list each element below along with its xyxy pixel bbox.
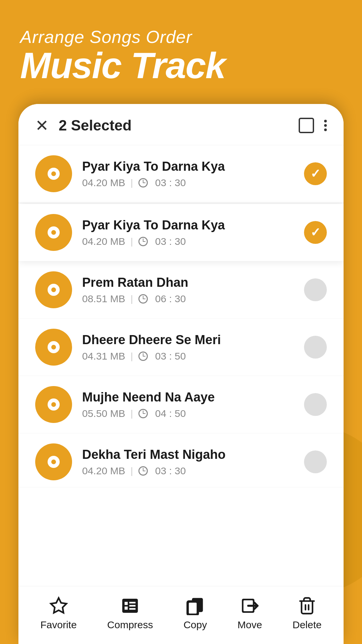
- compress-action[interactable]: Compress: [107, 596, 153, 631]
- clock-icon: [138, 178, 148, 187]
- favorite-label: Favorite: [40, 619, 76, 631]
- song-list: Pyar Kiya To Darna Kya 04.20 MB | 03 : 3…: [18, 145, 344, 487]
- song-size: 04.20 MB: [82, 236, 125, 247]
- move-icon: [240, 596, 259, 615]
- svg-rect-4: [129, 602, 136, 603]
- vinyl-inner: [48, 226, 60, 238]
- check-circle[interactable]: ✓: [304, 162, 327, 185]
- svg-rect-5: [129, 605, 136, 607]
- song-size: 04.20 MB: [82, 177, 125, 189]
- vinyl-icon: [35, 329, 72, 366]
- vinyl-icon: [35, 214, 72, 251]
- move-label: Move: [237, 619, 262, 631]
- song-info: Dekha Teri Mast Nigaho 04.20 MB | 03 : 3…: [82, 447, 304, 477]
- dot-3: [324, 128, 327, 131]
- vinyl-inner: [48, 456, 60, 468]
- song-duration: 06 : 30: [155, 293, 186, 305]
- clock-icon: [138, 237, 148, 246]
- vinyl-icon: [35, 271, 72, 308]
- clock-icon: [138, 466, 148, 476]
- song-duration: 03 : 30: [155, 236, 186, 247]
- separator: |: [130, 293, 133, 304]
- check-circle[interactable]: ✓: [304, 221, 327, 244]
- compress-icon: [121, 596, 139, 615]
- compress-label: Compress: [107, 619, 153, 631]
- checkmark: ✓: [310, 167, 320, 181]
- song-meta: 08.51 MB | 06 : 30: [82, 293, 304, 305]
- separator: |: [130, 466, 133, 476]
- favorite-action[interactable]: Favorite: [40, 596, 76, 631]
- song-meta: 04.31 MB | 03 : 50: [82, 351, 304, 362]
- header-section: Arrange Songs Order Music Track: [0, 0, 362, 97]
- song-name: Mujhe Neend Na Aaye: [82, 390, 304, 405]
- vinyl-dot: [51, 230, 56, 235]
- song-item[interactable]: Pyar Kiya To Darna Kya 04.20 MB | 03 : 3…: [18, 145, 344, 203]
- separator: |: [130, 236, 133, 247]
- svg-marker-0: [51, 598, 66, 613]
- separator: |: [130, 408, 133, 419]
- bottom-bar: Favorite Compress Copy: [18, 586, 344, 644]
- song-size: 05.50 MB: [82, 408, 125, 419]
- move-action[interactable]: Move: [237, 596, 262, 631]
- clock-icon: [138, 352, 148, 361]
- svg-rect-10: [189, 603, 197, 614]
- vinyl-dot: [51, 345, 56, 350]
- uncheck-circle[interactable]: [304, 278, 327, 301]
- song-duration: 04 : 50: [155, 408, 186, 419]
- svg-rect-3: [125, 606, 128, 609]
- delete-action[interactable]: Delete: [293, 596, 322, 631]
- song-meta: 04.20 MB | 03 : 30: [82, 236, 304, 247]
- song-info: Dheere Dheere Se Meri 04.31 MB | 03 : 50: [82, 333, 304, 362]
- copy-icon: [186, 596, 204, 615]
- song-name: Pyar Kiya To Darna Kya: [82, 159, 304, 174]
- separator: |: [130, 177, 133, 188]
- clock-icon: [138, 294, 148, 304]
- star-icon: [49, 596, 68, 615]
- vinyl-dot: [51, 402, 56, 407]
- uncheck-circle[interactable]: [304, 393, 327, 416]
- selected-count-label: 2 Selected: [59, 117, 299, 134]
- vinyl-inner: [48, 341, 60, 353]
- song-size: 04.20 MB: [82, 465, 125, 477]
- checkmark: ✓: [310, 225, 320, 239]
- vinyl-dot: [51, 460, 56, 464]
- song-name: Dekha Teri Mast Nigaho: [82, 447, 304, 462]
- song-info: Pyar Kiya To Darna Kya 04.20 MB | 03 : 3…: [82, 159, 304, 189]
- vinyl-icon: [35, 155, 72, 192]
- vinyl-inner: [48, 284, 60, 296]
- song-duration: 03 : 50: [155, 351, 186, 362]
- song-item[interactable]: Pyar Kiya To Darna Kya 04.20 MB | 03 : 3…: [18, 204, 344, 261]
- svg-rect-2: [125, 602, 128, 605]
- song-name: Dheere Dheere Se Meri: [82, 333, 304, 347]
- song-name: Prem Ratan Dhan: [82, 275, 304, 290]
- header-subtitle: Arrange Songs Order: [20, 27, 342, 47]
- song-info: Pyar Kiya To Darna Kya 04.20 MB | 03 : 3…: [82, 218, 304, 247]
- song-info: Mujhe Neend Na Aaye 05.50 MB | 04 : 50: [82, 390, 304, 419]
- uncheck-circle[interactable]: [304, 336, 327, 359]
- song-info: Prem Ratan Dhan 08.51 MB | 06 : 30: [82, 275, 304, 305]
- dot-1: [324, 120, 327, 122]
- svg-rect-6: [129, 608, 136, 610]
- separator: |: [130, 351, 133, 362]
- more-options-button[interactable]: [324, 118, 327, 133]
- close-button[interactable]: ✕: [35, 116, 49, 135]
- song-meta: 04.20 MB | 03 : 30: [82, 177, 304, 189]
- header-title: Music Track: [20, 47, 342, 84]
- select-all-icon[interactable]: [299, 118, 314, 133]
- clock-icon: [138, 409, 148, 418]
- song-duration: 03 : 30: [155, 177, 186, 189]
- song-size: 08.51 MB: [82, 293, 125, 305]
- song-meta: 04.20 MB | 03 : 30: [82, 465, 304, 477]
- copy-action[interactable]: Copy: [183, 596, 207, 631]
- song-item[interactable]: Prem Ratan Dhan 08.51 MB | 06 : 30: [18, 261, 344, 319]
- phone-frame: ✕ 2 Selected Pyar Kiya To Darna Kya 04.2: [18, 104, 344, 644]
- trash-icon: [298, 596, 316, 615]
- vinyl-dot: [51, 171, 56, 176]
- song-item[interactable]: Dekha Teri Mast Nigaho 04.20 MB | 03 : 3…: [18, 433, 344, 487]
- song-item[interactable]: Dheere Dheere Se Meri 04.31 MB | 03 : 50: [18, 319, 344, 376]
- vinyl-inner: [48, 168, 60, 180]
- song-item[interactable]: Mujhe Neend Na Aaye 05.50 MB | 04 : 50: [18, 376, 344, 433]
- uncheck-circle[interactable]: [304, 450, 327, 473]
- vinyl-icon: [35, 386, 72, 423]
- top-bar: ✕ 2 Selected: [18, 104, 344, 145]
